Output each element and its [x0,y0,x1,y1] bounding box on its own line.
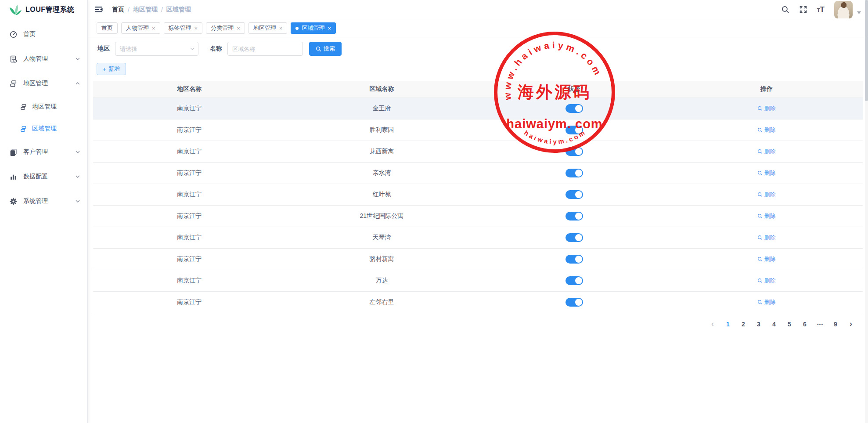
status-toggle[interactable] [565,233,583,242]
breadcrumb-item-region[interactable]: 地区管理 [133,6,158,14]
delete-button[interactable]: 删除 [757,169,775,177]
status-toggle[interactable] [565,147,583,156]
toggle-knob [575,234,582,241]
name-input[interactable] [227,42,303,56]
status-toggle[interactable] [565,126,583,134]
toggle-knob [575,127,582,134]
delete-button[interactable]: 删除 [757,105,775,112]
tab-tag-mgmt[interactable]: 标签管理 × [164,22,203,34]
status-toggle[interactable] [565,255,583,264]
table-row: 南京江宁 亲水湾 删除 [93,162,863,184]
page-number[interactable]: 6 [799,318,810,330]
delete-button[interactable]: 删除 [757,255,775,263]
delete-icon [757,235,763,240]
tab-area-mgmt[interactable]: 区域管理 × [291,22,336,34]
region-select-input[interactable] [115,42,198,56]
toggle-knob [575,148,582,155]
delete-label: 删除 [764,255,775,263]
delete-button[interactable]: 删除 [757,191,775,199]
status-toggle[interactable] [565,190,583,199]
delete-button[interactable]: 删除 [757,298,775,306]
scrollbar-thumb[interactable] [865,0,868,101]
gear-icon [10,198,17,205]
area-table: 地区名称 区域名称 状态 操作 南京江宁 金王府 删除 南京江宁 [93,81,863,313]
status-toggle[interactable] [565,169,583,177]
page-number[interactable]: 4 [768,318,780,330]
chart-icon [10,173,17,181]
person-doc-icon [10,55,17,63]
tab-person-mgmt[interactable]: 人物管理 × [121,22,160,34]
scrollbar[interactable] [865,0,868,423]
delete-icon [757,192,763,197]
tab-home[interactable]: 首页 [97,22,118,34]
tab-region-mgmt[interactable]: 地区管理 × [249,22,288,34]
prev-page-icon[interactable]: ‹ [707,318,718,330]
delete-button[interactable]: 删除 [757,126,775,134]
logo-leaf-icon [9,4,22,15]
delete-button[interactable]: 删除 [757,234,775,242]
delete-icon [757,257,763,262]
search-button[interactable]: 搜索 [309,42,342,56]
region-select[interactable] [115,42,198,56]
page-number[interactable]: 1 [722,318,734,330]
sidebar-item-system-mgmt[interactable]: 系统管理 [0,189,87,213]
search-icon[interactable] [781,5,789,14]
avatar[interactable] [834,1,853,18]
breadcrumb-item-area[interactable]: 区域管理 [166,6,191,14]
delete-icon [757,213,763,219]
sidebar-item-customer-mgmt[interactable]: 客户管理 [0,140,87,164]
next-page-icon[interactable]: › [845,318,857,330]
app-window: LOUF管理系统 首页 人物管理 [0,0,868,423]
status-toggle[interactable] [565,276,583,285]
sidebar-item-region-mgmt[interactable]: 地区管理 [0,71,87,96]
add-button[interactable]: + 新增 [97,63,126,75]
table-row: 南京江宁 天琴湾 删除 [93,227,863,248]
close-icon[interactable]: × [328,25,331,32]
delete-button[interactable]: 删除 [757,148,775,155]
sidebar-subitem-region-mgmt[interactable]: 地区管理 [0,96,87,118]
page-number[interactable]: 5 [784,318,795,330]
status-toggle[interactable] [565,104,583,113]
page-number[interactable]: 3 [753,318,764,330]
chevron-down-icon [190,46,195,51]
status-toggle[interactable] [565,212,583,221]
page-ellipsis[interactable]: ••• [814,318,826,330]
close-icon[interactable]: × [194,25,198,32]
delete-button[interactable]: 删除 [757,212,775,220]
menu-collapse-icon[interactable] [95,6,103,13]
status-toggle[interactable] [565,298,583,307]
filter-bar: 地区 名称 搜索 [97,42,868,56]
delete-button[interactable]: 删除 [757,277,775,285]
close-icon[interactable]: × [152,25,155,32]
page-number[interactable]: 9 [830,318,841,330]
delete-label: 删除 [764,191,775,199]
breadcrumb-item-home[interactable]: 首页 [112,6,124,14]
caret-down-icon[interactable] [857,11,861,14]
breadcrumb-separator: / [161,6,163,13]
toggle-knob [575,256,582,263]
sidebar-subitem-area-mgmt[interactable]: 区域管理 [0,118,87,140]
tab-label: 地区管理 [253,24,276,32]
delete-icon [757,127,763,133]
area-cell: 龙西新寓 [285,141,478,162]
sidebar-item-home[interactable]: 首页 [0,22,87,47]
sidebar-item-data-config[interactable]: 数据配置 [0,164,87,189]
search-icon [316,46,321,52]
layers-icon [20,104,27,110]
page-number[interactable]: 2 [738,318,749,330]
fullscreen-icon[interactable] [799,5,807,14]
layers-icon [10,80,17,87]
table-row: 南京江宁 21世纪国际公寓 删除 [93,205,863,227]
font-size-icon[interactable]: TT [817,6,825,13]
tab-category-mgmt[interactable]: 分类管理 × [206,22,245,34]
area-cell: 万达 [285,270,478,291]
area-cell: 金王府 [285,98,478,119]
area-cell: 胜利家园 [285,119,478,141]
delete-label: 删除 [764,212,775,220]
name-field[interactable] [227,42,303,56]
delete-icon [757,300,763,305]
sidebar-item-person-mgmt[interactable]: 人物管理 [0,47,87,71]
delete-label: 删除 [764,169,775,177]
close-icon[interactable]: × [279,25,283,32]
close-icon[interactable]: × [237,25,240,32]
